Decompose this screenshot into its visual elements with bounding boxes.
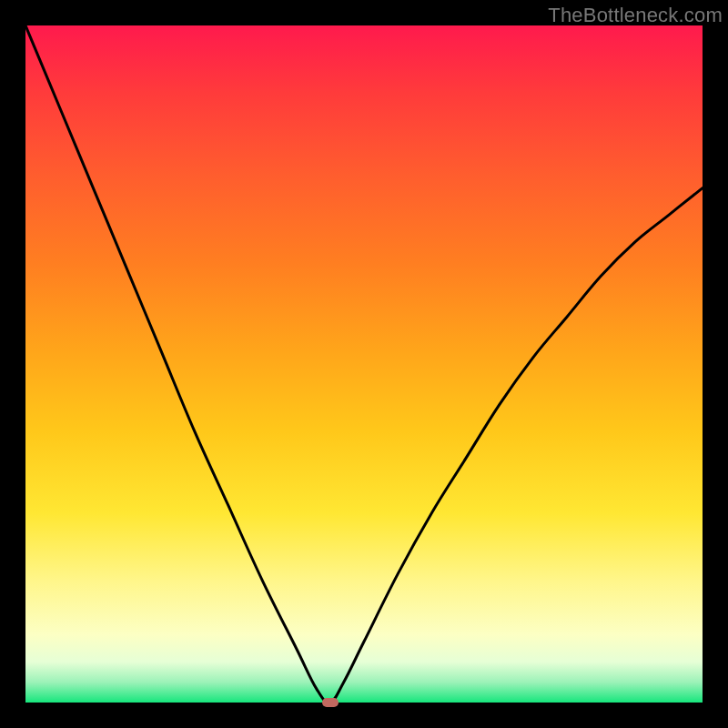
plot-area [25,25,703,703]
optimum-marker [322,698,339,707]
bottleneck-curve [25,25,703,703]
outer-frame: TheBottleneck.com [0,0,728,728]
curve-path [25,25,703,703]
watermark-text: TheBottleneck.com [548,4,723,27]
